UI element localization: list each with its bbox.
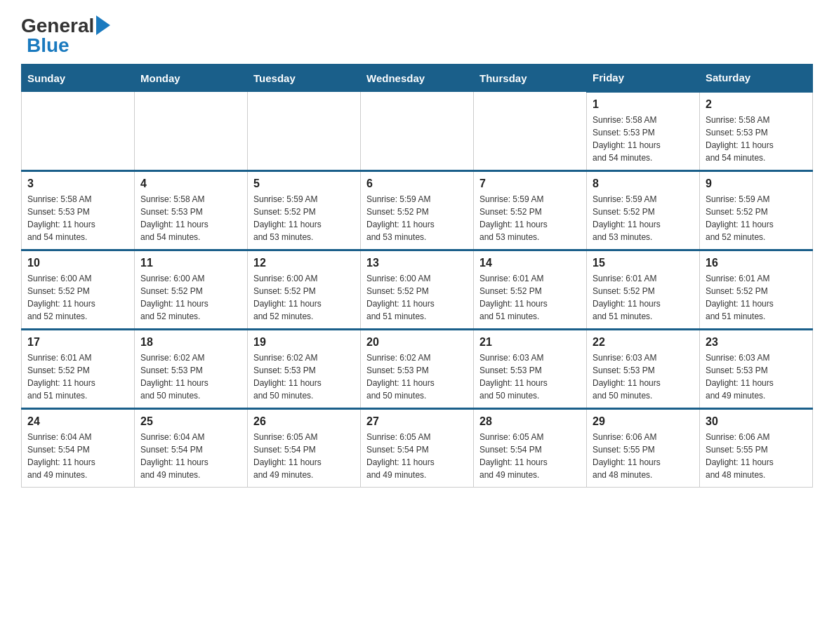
calendar-cell [361,92,474,171]
calendar-cell: 10Sunrise: 6:00 AMSunset: 5:52 PMDayligh… [22,250,135,330]
day-info: Sunrise: 6:05 AMSunset: 5:54 PMDaylight:… [366,431,468,481]
calendar-cell: 16Sunrise: 6:01 AMSunset: 5:52 PMDayligh… [700,250,813,330]
day-number: 6 [366,177,468,190]
day-info: Sunrise: 6:01 AMSunset: 5:52 PMDaylight:… [27,351,128,402]
calendar-cell: 17Sunrise: 6:01 AMSunset: 5:52 PMDayligh… [22,330,135,409]
day-info: Sunrise: 6:02 AMSunset: 5:53 PMDaylight:… [366,351,468,402]
day-info: Sunrise: 5:59 AMSunset: 5:52 PMDaylight:… [593,193,694,243]
day-number: 24 [27,415,128,428]
week-row-3: 10Sunrise: 6:00 AMSunset: 5:52 PMDayligh… [22,250,813,330]
day-number: 13 [366,257,468,269]
weekday-header-wednesday: Wednesday [361,65,474,92]
day-number: 23 [706,336,807,349]
weekday-header-row: SundayMondayTuesdayWednesdayThursdayFrid… [22,65,813,92]
day-info: Sunrise: 5:58 AMSunset: 5:53 PMDaylight:… [593,114,694,164]
day-info: Sunrise: 6:01 AMSunset: 5:52 PMDaylight:… [593,272,694,323]
calendar-cell: 27Sunrise: 6:05 AMSunset: 5:54 PMDayligh… [361,409,474,488]
day-info: Sunrise: 6:00 AMSunset: 5:52 PMDaylight:… [27,272,128,323]
calendar-cell: 3Sunrise: 5:58 AMSunset: 5:53 PMDaylight… [22,171,135,250]
day-info: Sunrise: 5:59 AMSunset: 5:52 PMDaylight:… [479,193,581,243]
day-number: 7 [479,177,581,190]
calendar-cell: 19Sunrise: 6:02 AMSunset: 5:53 PMDayligh… [248,330,361,409]
calendar-cell: 26Sunrise: 6:05 AMSunset: 5:54 PMDayligh… [248,409,361,488]
day-number: 20 [366,336,468,349]
day-info: Sunrise: 5:58 AMSunset: 5:53 PMDaylight:… [706,114,807,164]
weekday-header-friday: Friday [587,65,700,92]
calendar-cell: 7Sunrise: 5:59 AMSunset: 5:52 PMDaylight… [474,171,587,250]
day-info: Sunrise: 6:00 AMSunset: 5:52 PMDaylight:… [366,272,468,323]
day-info: Sunrise: 6:04 AMSunset: 5:54 PMDaylight:… [27,431,128,481]
day-number: 29 [593,415,694,428]
day-number: 30 [706,415,807,428]
week-row-1: 1Sunrise: 5:58 AMSunset: 5:53 PMDaylight… [22,92,813,171]
calendar-cell: 29Sunrise: 6:06 AMSunset: 5:55 PMDayligh… [587,409,700,488]
calendar-cell: 2Sunrise: 5:58 AMSunset: 5:53 PMDaylight… [700,92,813,171]
day-info: Sunrise: 5:58 AMSunset: 5:53 PMDaylight:… [27,193,128,243]
day-info: Sunrise: 6:06 AMSunset: 5:55 PMDaylight:… [593,431,694,481]
weekday-header-thursday: Thursday [474,65,587,92]
logo-blue: Blue [27,34,70,57]
day-number: 2 [706,98,807,111]
calendar-cell: 18Sunrise: 6:02 AMSunset: 5:53 PMDayligh… [135,330,248,409]
day-number: 22 [593,336,694,349]
day-info: Sunrise: 6:03 AMSunset: 5:53 PMDaylight:… [706,351,807,402]
calendar-cell: 11Sunrise: 6:00 AMSunset: 5:52 PMDayligh… [135,250,248,330]
day-info: Sunrise: 6:05 AMSunset: 5:54 PMDaylight:… [479,431,581,481]
day-number: 28 [479,415,581,428]
calendar-cell [22,92,135,171]
day-info: Sunrise: 5:59 AMSunset: 5:52 PMDaylight:… [706,193,807,243]
day-info: Sunrise: 6:03 AMSunset: 5:53 PMDaylight:… [593,351,694,402]
calendar-cell: 1Sunrise: 5:58 AMSunset: 5:53 PMDaylight… [587,92,700,171]
logo: General Blue [21,14,110,57]
day-number: 26 [253,415,355,428]
weekday-header-tuesday: Tuesday [248,65,361,92]
day-number: 14 [479,257,581,269]
calendar-cell: 25Sunrise: 6:04 AMSunset: 5:54 PMDayligh… [135,409,248,488]
calendar-cell: 5Sunrise: 5:59 AMSunset: 5:52 PMDaylight… [248,171,361,250]
calendar-cell: 13Sunrise: 6:00 AMSunset: 5:52 PMDayligh… [361,250,474,330]
day-info: Sunrise: 5:58 AMSunset: 5:53 PMDaylight:… [140,193,241,243]
day-number: 21 [479,336,581,349]
calendar-cell: 8Sunrise: 5:59 AMSunset: 5:52 PMDaylight… [587,171,700,250]
calendar-cell: 28Sunrise: 6:05 AMSunset: 5:54 PMDayligh… [474,409,587,488]
calendar-cell: 20Sunrise: 6:02 AMSunset: 5:53 PMDayligh… [361,330,474,409]
day-number: 25 [140,415,241,428]
calendar-cell: 21Sunrise: 6:03 AMSunset: 5:53 PMDayligh… [474,330,587,409]
day-number: 10 [27,257,128,269]
day-info: Sunrise: 6:06 AMSunset: 5:55 PMDaylight:… [706,431,807,481]
calendar-cell: 15Sunrise: 6:01 AMSunset: 5:52 PMDayligh… [587,250,700,330]
calendar-cell: 9Sunrise: 5:59 AMSunset: 5:52 PMDaylight… [700,171,813,250]
day-number: 17 [27,336,128,349]
day-info: Sunrise: 6:01 AMSunset: 5:52 PMDaylight:… [479,272,581,323]
calendar-cell: 12Sunrise: 6:00 AMSunset: 5:52 PMDayligh… [248,250,361,330]
day-info: Sunrise: 5:59 AMSunset: 5:52 PMDaylight:… [253,193,355,243]
day-number: 12 [253,257,355,269]
weekday-header-sunday: Sunday [22,65,135,92]
week-row-4: 17Sunrise: 6:01 AMSunset: 5:52 PMDayligh… [22,330,813,409]
day-info: Sunrise: 6:00 AMSunset: 5:52 PMDaylight:… [253,272,355,323]
day-number: 4 [140,177,241,190]
calendar-cell: 4Sunrise: 5:58 AMSunset: 5:53 PMDaylight… [135,171,248,250]
day-info: Sunrise: 5:59 AMSunset: 5:52 PMDaylight:… [366,193,468,243]
day-number: 19 [253,336,355,349]
logo-general: General [21,16,94,36]
day-info: Sunrise: 6:00 AMSunset: 5:52 PMDaylight:… [140,272,241,323]
day-info: Sunrise: 6:04 AMSunset: 5:54 PMDaylight:… [140,431,241,481]
day-number: 16 [706,257,807,269]
day-info: Sunrise: 6:05 AMSunset: 5:54 PMDaylight:… [253,431,355,481]
weekday-header-monday: Monday [135,65,248,92]
calendar-cell: 6Sunrise: 5:59 AMSunset: 5:52 PMDaylight… [361,171,474,250]
day-number: 9 [706,177,807,190]
header: General Blue [21,14,813,57]
day-info: Sunrise: 6:02 AMSunset: 5:53 PMDaylight:… [253,351,355,402]
week-row-2: 3Sunrise: 5:58 AMSunset: 5:53 PMDaylight… [22,171,813,250]
calendar-cell: 14Sunrise: 6:01 AMSunset: 5:52 PMDayligh… [474,250,587,330]
day-number: 5 [253,177,355,190]
calendar-cell [474,92,587,171]
day-info: Sunrise: 6:01 AMSunset: 5:52 PMDaylight:… [706,272,807,323]
svg-marker-0 [96,15,110,35]
day-number: 18 [140,336,241,349]
day-number: 15 [593,257,694,269]
day-number: 27 [366,415,468,428]
calendar-cell: 23Sunrise: 6:03 AMSunset: 5:53 PMDayligh… [700,330,813,409]
